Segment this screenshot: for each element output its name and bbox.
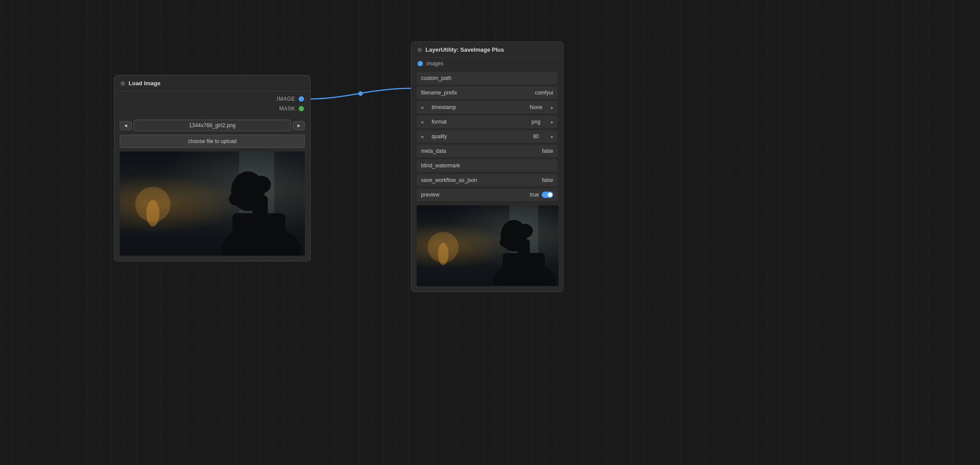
svg-point-17: [517, 224, 533, 238]
meta-data-label: meta_data: [417, 148, 542, 154]
load-image-title: Load Image: [129, 80, 160, 87]
mask-output-label: MASK: [279, 106, 295, 112]
quality-next-arrow[interactable]: ►: [547, 130, 558, 143]
format-prev-arrow[interactable]: ◄: [417, 116, 427, 128]
custom-path-label: custom_path: [421, 75, 553, 81]
image-prev-button[interactable]: ◄: [120, 121, 132, 130]
quality-control: ◄: [417, 130, 427, 143]
save-image-status-dot: [418, 48, 422, 52]
load-image-node: Load Image IMAGE MASK ◄ 1344x768_girl2.p…: [114, 75, 311, 261]
format-next-arrow[interactable]: ►: [547, 116, 558, 128]
filename-prefix-field: filename_prefix comfyui: [417, 87, 558, 99]
save-workflow-value: false: [542, 177, 558, 183]
timestamp-field: ◄ timestamp None ►: [417, 101, 558, 113]
format-value: png: [525, 119, 547, 125]
quality-prev-arrow[interactable]: ◄: [417, 130, 427, 143]
load-image-status-dot: [121, 81, 125, 86]
image-output-label: IMAGE: [277, 96, 295, 102]
quality-value: 80: [525, 133, 547, 140]
timestamp-label: timestamp: [427, 104, 525, 110]
save-workflow-field: save_workflow_as_json false: [417, 174, 558, 186]
meta-data-field: meta_data false: [417, 145, 558, 157]
load-image-outputs: IMAGE MASK: [114, 91, 310, 116]
quality-field: ◄ quality 80 ►: [417, 130, 558, 143]
blind-watermark-label: blind_watermark: [421, 163, 553, 169]
svg-point-11: [438, 243, 448, 265]
svg-point-9: [229, 193, 245, 206]
filename-prefix-label: filename_prefix: [417, 90, 535, 96]
svg-point-2: [146, 200, 160, 227]
format-label: format: [427, 119, 525, 125]
svg-rect-14: [503, 253, 545, 286]
format-field: ◄ format png ►: [417, 116, 558, 128]
save-image-preview-canvas: [417, 205, 558, 286]
load-image-preview-container: [120, 151, 305, 256]
mask-output-row: MASK: [114, 104, 310, 113]
meta-data-value: false: [542, 148, 558, 154]
load-image-body: ◄ 1344x768_girl2.png ► choose file to up…: [114, 116, 310, 261]
save-preview-silhouette: [417, 205, 558, 286]
blind-watermark-field: blind_watermark: [417, 159, 558, 172]
save-image-node: LayerUtility: SaveImage Plus images cust…: [411, 42, 563, 292]
timestamp-control: ◄: [417, 101, 427, 113]
woman-silhouette-svg: [120, 151, 305, 256]
preview-label: preview: [421, 192, 530, 198]
svg-point-18: [500, 237, 512, 248]
filename-prefix-value: comfyui: [535, 90, 558, 96]
load-image-preview-canvas: [120, 151, 305, 256]
quality-label: quality: [427, 133, 525, 140]
save-workflow-label: save_workflow_as_json: [417, 177, 542, 183]
timestamp-prev-arrow[interactable]: ◄: [417, 101, 427, 113]
images-input-row: images: [411, 58, 563, 69]
preview-field: preview true: [417, 189, 558, 201]
custom-path-field: custom_path: [417, 72, 558, 84]
image-name-display: 1344x768_girl2.png: [133, 120, 291, 131]
timestamp-value: None: [525, 104, 547, 110]
save-image-title: LayerUtility: SaveImage Plus: [425, 46, 504, 53]
load-image-title-bar[interactable]: Load Image: [114, 76, 310, 91]
svg-rect-5: [232, 213, 285, 256]
images-input-label: images: [426, 60, 444, 67]
format-control: ◄: [417, 116, 427, 128]
timestamp-next-arrow[interactable]: ►: [547, 101, 558, 113]
image-selector-row: ◄ 1344x768_girl2.png ►: [120, 120, 305, 131]
preview-toggle[interactable]: [542, 192, 553, 198]
svg-point-0: [358, 91, 363, 96]
image-next-button[interactable]: ►: [293, 121, 305, 130]
image-output-connector[interactable]: [299, 96, 304, 102]
svg-point-8: [251, 176, 271, 193]
image-output-row: IMAGE: [114, 94, 310, 104]
upload-button[interactable]: choose file to upload: [120, 135, 305, 148]
images-input-connector[interactable]: [418, 61, 423, 66]
mask-output-connector[interactable]: [299, 106, 304, 111]
save-image-title-bar[interactable]: LayerUtility: SaveImage Plus: [411, 42, 563, 58]
save-image-fields: custom_path filename_prefix comfyui ◄ ti…: [411, 69, 563, 205]
preview-value: true: [530, 192, 539, 198]
